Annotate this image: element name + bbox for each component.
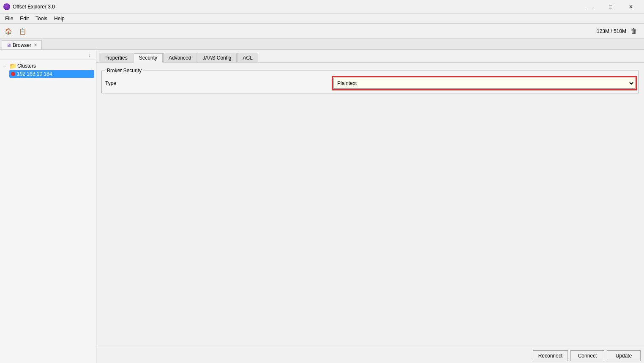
title-bar-left: Offset Explorer 3.0 (3, 3, 55, 10)
toolbar: 🏠 📋 123M / 510M 🗑 (0, 24, 644, 39)
maximize-button[interactable]: □ (601, 1, 620, 13)
trash-icon: 🗑 (630, 27, 637, 35)
minimize-button[interactable]: — (581, 1, 600, 13)
update-button[interactable]: Update (607, 350, 641, 361)
tab-jaas-config[interactable]: JAAS Config (197, 53, 237, 62)
tab-properties[interactable]: Properties (99, 53, 133, 62)
prop-tab-bar: Properties Security Advanced JAAS Config… (96, 50, 644, 63)
status-dot-error (11, 72, 15, 76)
doc-tab-bar: 🖥 Browser ✕ (0, 39, 644, 50)
menu-tools[interactable]: Tools (32, 15, 51, 22)
tree-panel: ↓ − 📁 Clusters 192.168.10.184 (0, 50, 96, 363)
type-select[interactable]: Plaintext SSL SASL_PLAINTEXT SASL_SSL (333, 78, 635, 89)
toolbar-left: 🏠 📋 (2, 25, 29, 37)
folder-icon: 📁 (9, 63, 16, 69)
toolbar-clipboard-button[interactable]: 📋 (16, 25, 29, 37)
broker-security-legend: Broker Security (105, 68, 143, 74)
right-panel: Properties Security Advanced JAAS Config… (96, 50, 644, 363)
refresh-icon: ↓ (88, 52, 91, 58)
app-icon (3, 3, 10, 10)
title-bar-controls: — □ ✕ (581, 1, 641, 13)
panel-content: Broker Security Type Plaintext SSL SASL_… (96, 63, 644, 348)
toolbar-home-button[interactable]: 🏠 (2, 25, 14, 37)
trash-button[interactable]: 🗑 (629, 26, 639, 36)
tab-advanced[interactable]: Advanced (163, 53, 196, 62)
cluster-node-0[interactable]: 192.168.10.184 (9, 70, 94, 78)
clusters-label: Clusters (17, 63, 36, 69)
tree-refresh-button[interactable]: ↓ (85, 51, 94, 59)
type-field-row: Type Plaintext SSL SASL_PLAINTEXT SASL_S… (102, 75, 639, 91)
bottom-bar: Reconnect Connect Update (96, 348, 644, 363)
broker-security-body: Type Plaintext SSL SASL_PLAINTEXT SASL_S… (102, 74, 639, 93)
home-icon: 🏠 (5, 28, 12, 35)
memory-label: 123M / 510M (597, 28, 626, 34)
clusters-node[interactable]: − 📁 Clusters (2, 62, 94, 70)
browser-tab-icon: 🖥 (6, 43, 11, 48)
menu-help[interactable]: Help (51, 15, 68, 22)
app-title: Offset Explorer 3.0 (13, 4, 55, 10)
menu-file[interactable]: File (2, 15, 16, 22)
type-label: Type (105, 80, 333, 86)
reconnect-button[interactable]: Reconnect (533, 350, 568, 361)
title-bar: Offset Explorer 3.0 — □ ✕ (0, 0, 644, 14)
tab-acl[interactable]: ACL (237, 53, 258, 62)
menu-bar: File Edit Tools Help (0, 14, 644, 24)
broker-security-group: Broker Security Type Plaintext SSL SASL_… (101, 68, 639, 93)
clipboard-icon: 📋 (19, 28, 26, 35)
browser-tab-close[interactable]: ✕ (34, 43, 37, 47)
close-button[interactable]: ✕ (621, 1, 641, 13)
expand-icon: − (3, 63, 8, 69)
main-content: ↓ − 📁 Clusters 192.168.10.184 Properties… (0, 50, 644, 363)
tree-content: − 📁 Clusters 192.168.10.184 (0, 60, 96, 363)
connect-button[interactable]: Connect (570, 350, 604, 361)
type-control: Plaintext SSL SASL_PLAINTEXT SASL_SSL (333, 78, 635, 89)
cluster-label-0: 192.168.10.184 (17, 71, 52, 77)
tree-children: 192.168.10.184 (2, 70, 94, 78)
menu-edit[interactable]: Edit (16, 15, 32, 22)
tab-security[interactable]: Security (134, 53, 163, 63)
browser-tab[interactable]: 🖥 Browser ✕ (2, 40, 42, 49)
tree-toolbar: ↓ (0, 50, 96, 60)
toolbar-right: 123M / 510M 🗑 (597, 26, 642, 36)
browser-tab-label: Browser (13, 42, 31, 48)
